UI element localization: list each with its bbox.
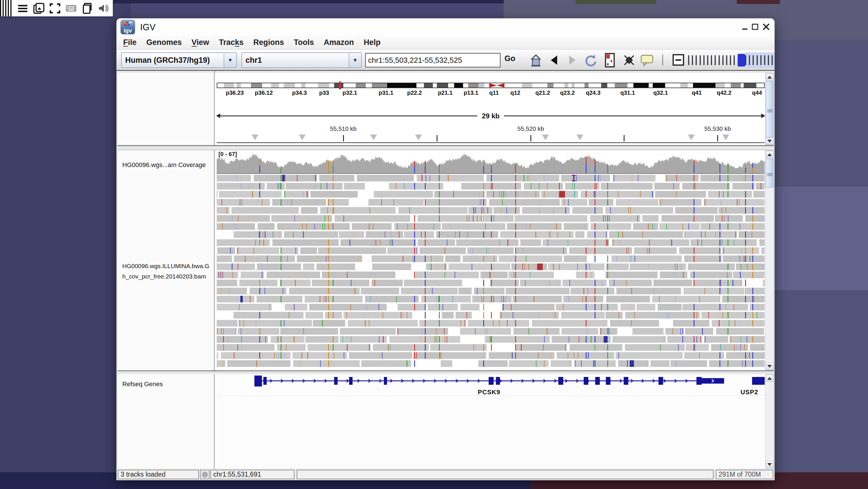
- roi-marker-triangle[interactable]: [415, 135, 422, 140]
- chromosome-ideogram[interactable]: [217, 83, 765, 88]
- screenshot-icon[interactable]: [33, 2, 45, 15]
- scroll-up-icon[interactable]: [766, 375, 773, 382]
- gene-row-divider: [217, 395, 765, 396]
- scroll-down-icon[interactable]: [766, 137, 773, 145]
- zoom-tick: [688, 55, 689, 65]
- menu-tracks[interactable]: Tracks: [214, 38, 249, 47]
- ideogram-band: [251, 83, 262, 88]
- menu-genomes[interactable]: Genomes: [142, 38, 187, 47]
- cytoband-label: p31.1: [379, 90, 394, 96]
- ideogram-band: [433, 83, 437, 88]
- ideogram-band: [571, 83, 575, 88]
- close-icon[interactable]: [763, 23, 770, 31]
- chevron-down-icon[interactable]: ▼: [348, 53, 361, 67]
- ideogram-band: [589, 83, 601, 88]
- zoom-tick: [692, 55, 693, 65]
- cytoband-label: p32.1: [342, 90, 357, 96]
- zoom-tick: [707, 55, 708, 65]
- main-area: p36.23p36.12p34.3p33p32.1p31.1p22.2p21.1…: [117, 71, 774, 469]
- coverage-alignment-separator: [217, 173, 765, 174]
- alignment-track-label-line2[interactable]: h_cov_pcr_free.20140203.bam: [122, 273, 206, 280]
- gene-name-label[interactable]: PCSK9: [478, 389, 500, 396]
- menu-view[interactable]: View: [187, 38, 214, 47]
- ideogram-band: [532, 83, 548, 88]
- menu-tools[interactable]: Tools: [289, 38, 319, 47]
- maximize-icon[interactable]: [751, 23, 759, 31]
- ideogram-band: [756, 83, 764, 88]
- cytoband-label: p36.23: [226, 90, 244, 96]
- scroll-up-icon[interactable]: [766, 74, 773, 81]
- panel-splitter[interactable]: [117, 146, 774, 150]
- ideogram-band: [564, 83, 568, 88]
- ruler-tick: [624, 135, 624, 141]
- ideogram-band: [715, 83, 725, 88]
- coverage-histogram[interactable]: [217, 152, 765, 173]
- gene-model[interactable]: [217, 375, 765, 388]
- ruler-left-arrow: [216, 113, 220, 118]
- hamburger-menu-icon[interactable]: [17, 2, 29, 15]
- minimize-icon[interactable]: [742, 23, 749, 31]
- go-button[interactable]: Go: [504, 54, 516, 63]
- alignment-track-label-line1[interactable]: HG00096.wgs.ILLUMINA.bwa.G: [122, 263, 209, 269]
- message-status: [297, 470, 713, 479]
- zoom-slider[interactable]: [687, 52, 774, 68]
- ideogram-band: [489, 83, 504, 88]
- ideogram-band: [305, 83, 318, 88]
- back-arrow-icon[interactable]: [549, 53, 559, 67]
- scrollbar-thumb[interactable]: [766, 159, 773, 188]
- forward-arrow-icon[interactable]: [567, 53, 578, 67]
- fit-to-window-icon[interactable]: [622, 53, 636, 67]
- roi-marker-triangle[interactable]: [370, 135, 377, 140]
- toolbar-separator: [662, 55, 663, 66]
- chevron-down-icon[interactable]: ▼: [224, 53, 236, 67]
- grip-handle[interactable]: [0, 0, 13, 17]
- cytoband-label: p22.2: [407, 90, 422, 96]
- status-bar: 3 tracks loaded chr1:55,531,691 291M of …: [117, 469, 774, 480]
- cytoband-labels: p36.23p36.12p34.3p33p32.1p31.1p22.2p21.1…: [217, 90, 765, 96]
- menu-amazon[interactable]: Amazon: [319, 38, 359, 47]
- ideogram-band: [653, 83, 665, 88]
- ideogram-band: [284, 83, 295, 88]
- title-bar[interactable]: igv IGV: [117, 19, 774, 36]
- roi-marker-triangle[interactable]: [722, 135, 729, 140]
- ruler-tick: [717, 135, 718, 141]
- roi-marker-triangle[interactable]: [299, 135, 306, 140]
- ideogram-band: [725, 83, 731, 88]
- scroll-up-icon[interactable]: [766, 151, 773, 158]
- clipboard-icon[interactable]: [81, 2, 93, 15]
- gene-panel-scrollbar[interactable]: [765, 374, 774, 468]
- gene-panel-data: PCSK9 USP2: [217, 374, 765, 468]
- scroll-down-icon[interactable]: [766, 461, 773, 468]
- chromosome-select[interactable]: chr1 ▼: [242, 52, 362, 68]
- alignment-panel-scrollbar[interactable]: [765, 150, 774, 370]
- roi-marker-triangle[interactable]: [577, 135, 583, 140]
- tooltip-bubble-icon[interactable]: [640, 53, 654, 67]
- scrollbar-thumb[interactable]: [766, 81, 773, 137]
- zoom-tick: [772, 55, 773, 65]
- genome-select[interactable]: Human (GRCh37/hg19) ▼: [121, 52, 237, 68]
- zoom-out-icon[interactable]: [673, 54, 684, 66]
- locus-input[interactable]: [365, 53, 500, 67]
- zoom-slider-thumb[interactable]: [738, 54, 745, 66]
- gene-track-label[interactable]: Refseq Genes: [122, 380, 163, 388]
- next-gene-name-label[interactable]: USP2: [741, 389, 758, 396]
- read-alignments[interactable]: [217, 175, 765, 370]
- keyboard-icon[interactable]: [65, 2, 77, 15]
- menu-file[interactable]: File: [118, 38, 142, 47]
- coverage-range-label: [0 - 67]: [218, 151, 237, 157]
- locus-panel: p36.23p36.12p34.3p33p32.1p31.1p22.2p21.1…: [118, 73, 774, 146]
- roi-marker-triangle[interactable]: [688, 135, 695, 140]
- ideogram-band: [548, 83, 553, 88]
- menu-help[interactable]: Help: [359, 38, 386, 47]
- locus-panel-scrollbar[interactable]: [765, 73, 774, 145]
- refresh-icon[interactable]: [583, 53, 598, 67]
- home-icon[interactable]: [529, 53, 543, 67]
- roi-marker-triangle[interactable]: [251, 135, 258, 140]
- menu-regions[interactable]: Regions: [248, 38, 289, 47]
- speaker-icon[interactable]: [97, 2, 110, 15]
- coverage-track-label[interactable]: HG00096.wgs...am Coverage: [122, 161, 206, 169]
- region-tool-icon[interactable]: [604, 53, 616, 67]
- roi-marker-triangle[interactable]: [542, 135, 549, 140]
- fullscreen-icon[interactable]: [49, 2, 61, 15]
- scroll-down-icon[interactable]: [766, 363, 773, 370]
